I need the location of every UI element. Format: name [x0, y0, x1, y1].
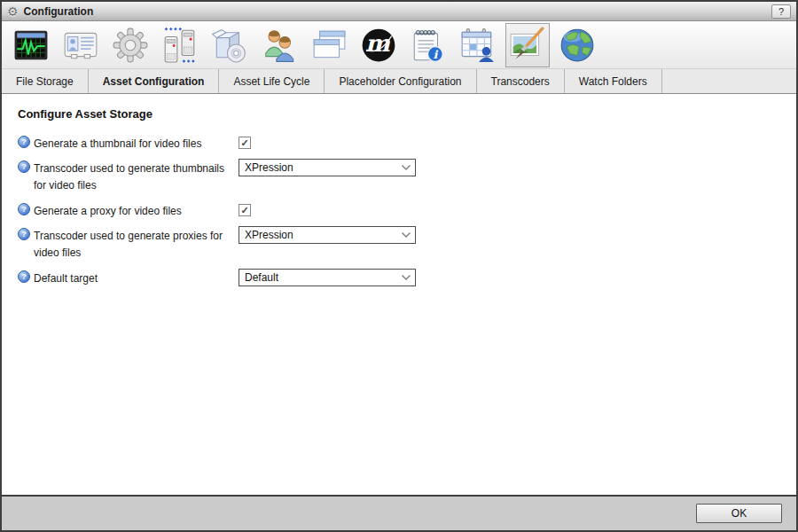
configuration-window: ⚙ Configuration ? [0, 0, 798, 532]
footer-bar: OK [2, 495, 796, 530]
row-label: Generate a proxy for video files [34, 201, 234, 220]
toolbar-button-masstech[interactable]: m [356, 23, 401, 67]
generate-thumbnail-checkbox[interactable]: ✓ [239, 137, 251, 149]
window-title: Configuration [24, 5, 771, 18]
ok-button[interactable]: OK [696, 504, 782, 523]
globe-icon [559, 27, 596, 64]
help-icon: ? [18, 160, 30, 173]
asset-configuration-panel: Configure Asset Storage ? Generate a thu… [2, 94, 796, 495]
form-row-generate-thumbnail: ? Generate a thumbnail for video files ✓ [18, 134, 796, 153]
toolbar-button-software-package[interactable] [207, 23, 252, 67]
tab-bar: File Storage Asset Configuration Asset L… [2, 69, 796, 94]
form-row-default-target: ? Default target Default [18, 269, 796, 287]
tab-placeholder-configuration[interactable]: Placeholder Configuration [325, 69, 476, 93]
help-icon: ? [18, 228, 30, 240]
help-icon: ? [18, 136, 30, 148]
image-editor-icon [509, 27, 546, 64]
help-icon: ? [18, 203, 30, 215]
form-row-generate-proxy: ? Generate a proxy for video files ✓ [18, 201, 796, 220]
row-label: Generate a thumbnail for video files [34, 134, 234, 153]
chevron-down-icon [401, 164, 411, 171]
system-monitor-icon [12, 27, 50, 64]
tab-asset-configuration[interactable]: Asset Configuration [89, 69, 220, 93]
toolbar: m i [2, 21, 796, 69]
svg-text:?: ? [21, 162, 27, 171]
selected-value: XPression [245, 161, 401, 174]
proxy-transcoder-select[interactable]: XPression [239, 226, 416, 244]
svg-text:?: ? [21, 273, 27, 282]
software-package-icon [211, 27, 248, 64]
check-icon: ✓ [240, 138, 248, 148]
thumbnail-transcoder-select[interactable]: XPression [239, 159, 416, 176]
row-label: Transcoder used to generate thumbnails f… [34, 159, 234, 193]
svg-text:?: ? [21, 206, 27, 215]
masstech-logo-icon: m [360, 27, 397, 64]
window-help-button[interactable]: ? [771, 4, 791, 19]
toolbar-button-calendar-user[interactable] [456, 23, 500, 67]
chevron-down-icon [401, 274, 411, 281]
tab-transcoders[interactable]: Transcoders [477, 69, 565, 93]
chevron-down-icon [401, 231, 411, 239]
toolbar-button-servers[interactable] [158, 23, 202, 67]
tab-asset-life-cycle[interactable]: Asset Life Cycle [219, 69, 325, 93]
svg-text:m: m [365, 29, 391, 57]
form-row-proxy-transcoder: ? Transcoder used to generate proxies fo… [18, 226, 796, 261]
selected-value: XPression [245, 229, 401, 241]
row-label: Default target [34, 269, 234, 287]
servers-icon [161, 27, 199, 64]
window-gear-icon: ⚙ [7, 5, 19, 18]
form-row-thumbnail-transcoder: ? Transcoder used to generate thumbnails… [18, 159, 796, 193]
toolbar-button-settings[interactable] [108, 23, 153, 67]
gear-icon [112, 27, 149, 64]
default-target-select[interactable]: Default [239, 269, 416, 286]
help-icon: ? [18, 270, 30, 283]
svg-text:?: ? [21, 137, 27, 146]
windows-icon [310, 27, 348, 64]
tab-watch-folders[interactable]: Watch Folders [565, 69, 662, 93]
toolbar-button-globe[interactable] [555, 23, 599, 67]
toolbar-button-windows[interactable] [307, 23, 351, 67]
toolbar-button-user-groups[interactable] [257, 23, 301, 67]
notes-info-icon: i [410, 27, 447, 64]
svg-text:?: ? [21, 231, 27, 239]
calendar-user-icon [459, 27, 497, 64]
row-label: Transcoder used to generate proxies for … [34, 226, 234, 261]
toolbar-button-user-card[interactable] [59, 23, 103, 67]
users-icon [261, 27, 298, 64]
generate-proxy-checkbox[interactable]: ✓ [239, 204, 251, 216]
toolbar-button-notes-info[interactable]: i [406, 23, 450, 67]
tab-file-storage[interactable]: File Storage [2, 69, 89, 93]
title-bar: ⚙ Configuration ? [2, 2, 796, 21]
toolbar-button-system-monitor[interactable] [9, 23, 53, 67]
check-icon: ✓ [240, 206, 248, 215]
selected-value: Default [245, 271, 401, 284]
toolbar-button-image-editor[interactable] [505, 23, 550, 67]
user-card-icon [62, 27, 99, 64]
page-title: Configure Asset Storage [18, 107, 796, 121]
